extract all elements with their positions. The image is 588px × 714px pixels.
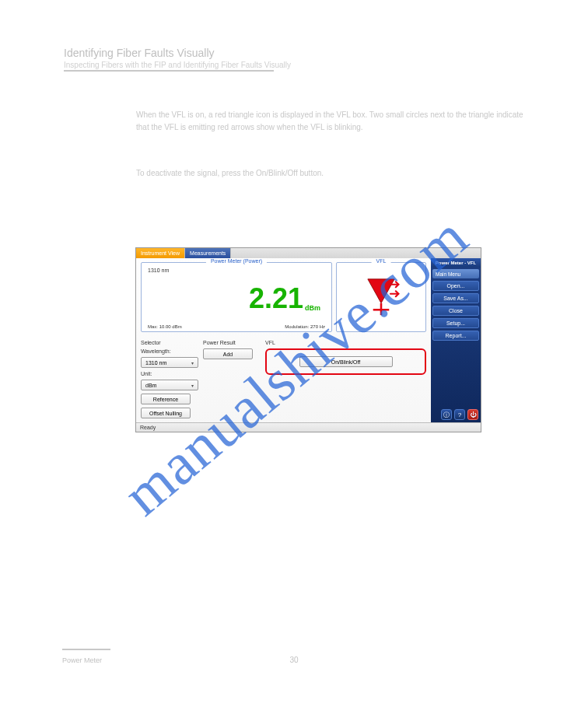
reference-button[interactable]: Reference bbox=[141, 394, 191, 404]
selector-group: Selector Wavelength: 1310 nm ▾ Unit: dBm… bbox=[141, 340, 198, 418]
help-button[interactable]: ? bbox=[454, 409, 465, 420]
page-number: 30 bbox=[289, 656, 298, 664]
vfl-control-group: VFL On/Blink/Off bbox=[265, 340, 426, 418]
vfl-ctrl-header: VFL bbox=[265, 340, 426, 345]
body-paragraph-1: When the VFL is on, a red triangle icon … bbox=[136, 109, 525, 134]
wavelength-label: Wavelength: bbox=[141, 348, 198, 354]
sidebar: Power Meter - VFL Main Menu Open... Save… bbox=[431, 258, 481, 422]
status-bar: Ready bbox=[136, 422, 481, 432]
page-header-title: Identifying Fiber Faults Visually bbox=[64, 47, 297, 59]
wavelength-value: 1310 nm bbox=[145, 360, 166, 366]
footer-text: Power Meter bbox=[62, 656, 102, 664]
sidebar-footer: ⓘ ? ⏻ bbox=[431, 407, 481, 422]
power-wavelength: 1310 nm bbox=[148, 268, 325, 273]
tab-measurements[interactable]: Measurements bbox=[185, 248, 231, 258]
vfl-panel: VFL bbox=[336, 262, 426, 332]
power-modulation: Modulation: 270 Hz bbox=[285, 324, 325, 329]
chevron-down-icon: ▾ bbox=[191, 360, 194, 366]
sidebar-item-setup[interactable]: Setup... bbox=[432, 318, 479, 328]
page-header-subtitle: Inspecting Fibers with the FIP and Ident… bbox=[64, 61, 291, 69]
unit-value: dBm bbox=[145, 383, 156, 388]
help-icon: ? bbox=[458, 411, 461, 418]
body-paragraph-2: To deactivate the signal, press the On/B… bbox=[136, 167, 525, 180]
main-area: Power Meter (Power) 1310 nm 2.21 dBm Max… bbox=[136, 258, 431, 422]
vfl-on-blink-off-button[interactable]: On/Blink/Off bbox=[299, 356, 393, 367]
app-window: Instrument View Measurements Power Meter… bbox=[135, 247, 481, 432]
power-number: 2.21 bbox=[249, 282, 303, 315]
text: When the VFL is on, a red triangle icon … bbox=[136, 110, 404, 119]
unit-label: Unit: bbox=[141, 371, 198, 376]
add-button[interactable]: Add bbox=[203, 348, 253, 359]
wavelength-select[interactable]: 1310 nm ▾ bbox=[141, 357, 198, 368]
power-unit: dBm bbox=[305, 304, 320, 312]
sidebar-item-close[interactable]: Close bbox=[432, 306, 479, 316]
footer-rule bbox=[62, 649, 110, 650]
app-title-bar: Power Meter - VFL bbox=[431, 258, 481, 268]
sidebar-item-report[interactable]: Report... bbox=[432, 331, 479, 341]
tab-instrument-view[interactable]: Instrument View bbox=[136, 248, 185, 258]
power-panel-title: Power Meter (Power) bbox=[206, 258, 267, 264]
header-rule bbox=[64, 70, 274, 72]
sidebar-item-save-as[interactable]: Save As... bbox=[432, 293, 479, 303]
tab-bar: Instrument View Measurements bbox=[136, 248, 481, 258]
vfl-panel-title: VFL bbox=[372, 258, 391, 264]
info-icon: ⓘ bbox=[443, 411, 450, 419]
vfl-triangle-icon bbox=[361, 274, 401, 320]
selector-header: Selector bbox=[141, 340, 198, 345]
vfl-button-highlight: On/Blink/Off bbox=[265, 348, 426, 375]
info-button[interactable]: ⓘ bbox=[441, 409, 452, 420]
offset-nulling-button[interactable]: Offset Nulling bbox=[141, 408, 191, 418]
power-meter-panel: Power Meter (Power) 1310 nm 2.21 dBm Max… bbox=[141, 262, 332, 332]
sidebar-item-open[interactable]: Open... bbox=[432, 281, 479, 291]
exit-button[interactable]: ⏻ bbox=[467, 409, 478, 420]
text: when the VFL is blinking. bbox=[277, 123, 363, 131]
power-result-header: Power Result bbox=[203, 340, 261, 345]
chevron-down-icon: ▾ bbox=[191, 383, 194, 388]
sidebar-main-menu-header: Main Menu bbox=[432, 269, 479, 278]
svg-marker-0 bbox=[368, 279, 394, 303]
power-icon: ⏻ bbox=[470, 411, 476, 418]
power-value: 2.21 dBm bbox=[148, 273, 325, 324]
power-result-group: Power Result Add bbox=[203, 340, 261, 418]
power-max: Max: 10.00 dBm bbox=[148, 324, 182, 329]
unit-select[interactable]: dBm ▾ bbox=[141, 380, 198, 390]
